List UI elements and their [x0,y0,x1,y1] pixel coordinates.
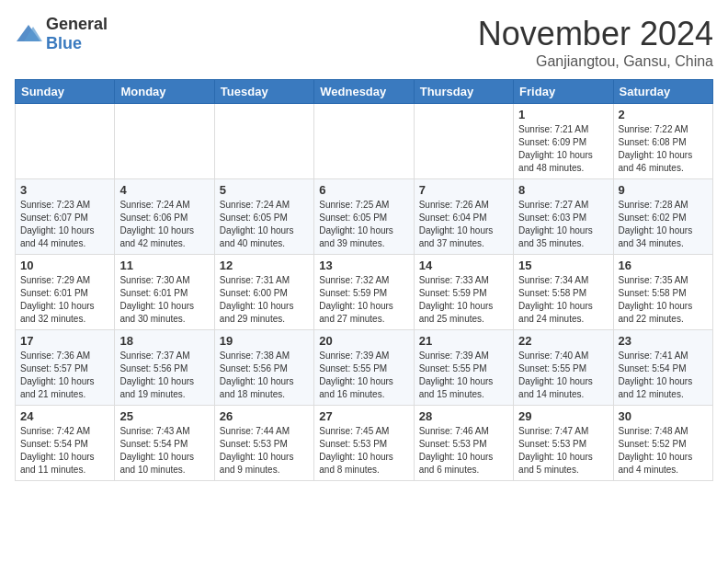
weekday-header: Friday [514,80,613,104]
day-number: 16 [619,259,708,272]
day-info: Sunrise: 7:28 AM Sunset: 6:02 PM Dayligh… [619,199,708,250]
day-info: Sunrise: 7:38 AM Sunset: 5:56 PM Dayligh… [220,350,309,401]
day-info: Sunrise: 7:39 AM Sunset: 5:55 PM Dayligh… [419,350,508,401]
logo: General Blue [15,15,108,53]
day-number: 15 [518,259,608,272]
day-info: Sunrise: 7:24 AM Sunset: 6:06 PM Dayligh… [119,199,209,250]
day-number: 24 [20,409,109,423]
calendar-cell: 23Sunrise: 7:41 AM Sunset: 5:54 PM Dayli… [613,330,712,406]
calendar-week-row: 10Sunrise: 7:29 AM Sunset: 6:01 PM Dayli… [16,255,713,330]
weekday-header: Sunday [16,80,115,104]
calendar-cell: 4Sunrise: 7:24 AM Sunset: 6:06 PM Daylig… [115,179,214,255]
day-info: Sunrise: 7:27 AM Sunset: 6:03 PM Dayligh… [518,199,608,250]
calendar-cell: 3Sunrise: 7:23 AM Sunset: 6:07 PM Daylig… [16,179,115,255]
day-number: 21 [419,334,508,348]
day-info: Sunrise: 7:31 AM Sunset: 6:00 PM Dayligh… [220,274,309,326]
calendar-cell: 1Sunrise: 7:21 AM Sunset: 6:09 PM Daylig… [514,104,613,179]
day-number: 17 [20,334,109,348]
calendar-body: 1Sunrise: 7:21 AM Sunset: 6:09 PM Daylig… [16,104,713,481]
day-number: 6 [319,183,408,197]
day-number: 22 [518,334,608,348]
logo-icon [15,23,42,45]
day-info: Sunrise: 7:37 AM Sunset: 5:56 PM Dayligh… [119,350,209,401]
weekday-header: Wednesday [314,80,414,104]
calendar-week-row: 17Sunrise: 7:36 AM Sunset: 5:57 PM Dayli… [16,330,713,406]
weekday-header: Saturday [613,80,712,104]
day-info: Sunrise: 7:41 AM Sunset: 5:54 PM Dayligh… [619,350,708,401]
day-number: 26 [220,409,309,423]
page-header: General Blue November 2024 Ganjiangtou, … [15,15,713,70]
calendar-table: SundayMondayTuesdayWednesdayThursdayFrid… [15,79,713,481]
calendar-cell: 21Sunrise: 7:39 AM Sunset: 5:55 PM Dayli… [414,330,513,406]
logo-text: General Blue [46,15,108,53]
day-info: Sunrise: 7:47 AM Sunset: 5:53 PM Dayligh… [518,425,608,477]
day-info: Sunrise: 7:34 AM Sunset: 5:58 PM Dayligh… [518,274,608,326]
calendar-cell: 27Sunrise: 7:45 AM Sunset: 5:53 PM Dayli… [314,406,414,481]
weekday-header: Monday [115,80,214,104]
calendar-cell: 6Sunrise: 7:25 AM Sunset: 6:05 PM Daylig… [314,179,414,255]
day-info: Sunrise: 7:23 AM Sunset: 6:07 PM Dayligh… [20,199,109,250]
calendar-cell: 14Sunrise: 7:33 AM Sunset: 5:59 PM Dayli… [414,255,513,330]
day-number: 13 [319,259,408,272]
calendar-cell: 7Sunrise: 7:26 AM Sunset: 6:04 PM Daylig… [414,179,513,255]
calendar-week-row: 24Sunrise: 7:42 AM Sunset: 5:54 PM Dayli… [16,406,713,481]
day-info: Sunrise: 7:43 AM Sunset: 5:54 PM Dayligh… [119,425,209,477]
day-info: Sunrise: 7:29 AM Sunset: 6:01 PM Dayligh… [20,274,109,326]
day-number: 10 [20,259,109,272]
title-block: November 2024 Ganjiangtou, Gansu, China [478,15,713,70]
calendar-week-row: 3Sunrise: 7:23 AM Sunset: 6:07 PM Daylig… [16,179,713,255]
location-title: Ganjiangtou, Gansu, China [478,53,713,70]
day-number: 8 [518,183,608,197]
day-number: 11 [119,259,209,272]
day-number: 12 [220,259,309,272]
calendar-cell: 29Sunrise: 7:47 AM Sunset: 5:53 PM Dayli… [514,406,613,481]
calendar-cell: 2Sunrise: 7:22 AM Sunset: 6:08 PM Daylig… [613,104,712,179]
day-number: 29 [518,409,608,423]
day-info: Sunrise: 7:30 AM Sunset: 6:01 PM Dayligh… [119,274,209,326]
day-info: Sunrise: 7:26 AM Sunset: 6:04 PM Dayligh… [419,199,508,250]
month-title: November 2024 [478,15,713,53]
calendar-cell [414,104,513,179]
calendar-cell: 16Sunrise: 7:35 AM Sunset: 5:58 PM Dayli… [613,255,712,330]
day-info: Sunrise: 7:46 AM Sunset: 5:53 PM Dayligh… [419,425,508,477]
day-number: 14 [419,259,508,272]
calendar-cell: 26Sunrise: 7:44 AM Sunset: 5:53 PM Dayli… [214,406,313,481]
day-number: 9 [619,183,708,197]
day-number: 23 [619,334,708,348]
calendar-cell [115,104,214,179]
calendar-cell [214,104,313,179]
day-number: 20 [319,334,408,348]
day-number: 30 [619,409,708,423]
calendar-cell: 11Sunrise: 7:30 AM Sunset: 6:01 PM Dayli… [115,255,214,330]
day-number: 7 [419,183,508,197]
logo-blue: Blue [46,34,82,52]
day-info: Sunrise: 7:45 AM Sunset: 5:53 PM Dayligh… [319,425,408,477]
day-number: 5 [220,183,309,197]
day-number: 2 [619,108,708,121]
day-info: Sunrise: 7:33 AM Sunset: 5:59 PM Dayligh… [419,274,508,326]
day-info: Sunrise: 7:40 AM Sunset: 5:55 PM Dayligh… [518,350,608,401]
day-info: Sunrise: 7:44 AM Sunset: 5:53 PM Dayligh… [220,425,309,477]
logo-general: General [46,15,108,33]
day-number: 3 [20,183,109,197]
calendar-header-row: SundayMondayTuesdayWednesdayThursdayFrid… [16,80,713,104]
calendar-cell: 15Sunrise: 7:34 AM Sunset: 5:58 PM Dayli… [514,255,613,330]
day-info: Sunrise: 7:32 AM Sunset: 5:59 PM Dayligh… [319,274,408,326]
day-info: Sunrise: 7:39 AM Sunset: 5:55 PM Dayligh… [319,350,408,401]
calendar-cell: 28Sunrise: 7:46 AM Sunset: 5:53 PM Dayli… [414,406,513,481]
calendar-cell: 18Sunrise: 7:37 AM Sunset: 5:56 PM Dayli… [115,330,214,406]
day-number: 18 [119,334,209,348]
day-number: 25 [119,409,209,423]
calendar-cell [16,104,115,179]
day-number: 28 [419,409,508,423]
calendar-cell: 12Sunrise: 7:31 AM Sunset: 6:00 PM Dayli… [214,255,313,330]
day-info: Sunrise: 7:21 AM Sunset: 6:09 PM Dayligh… [518,123,608,175]
day-info: Sunrise: 7:24 AM Sunset: 6:05 PM Dayligh… [220,199,309,250]
calendar-cell: 25Sunrise: 7:43 AM Sunset: 5:54 PM Dayli… [115,406,214,481]
calendar-cell: 20Sunrise: 7:39 AM Sunset: 5:55 PM Dayli… [314,330,414,406]
day-info: Sunrise: 7:42 AM Sunset: 5:54 PM Dayligh… [20,425,109,477]
calendar-week-row: 1Sunrise: 7:21 AM Sunset: 6:09 PM Daylig… [16,104,713,179]
calendar-cell: 9Sunrise: 7:28 AM Sunset: 6:02 PM Daylig… [613,179,712,255]
calendar-cell [314,104,414,179]
calendar-cell: 17Sunrise: 7:36 AM Sunset: 5:57 PM Dayli… [16,330,115,406]
